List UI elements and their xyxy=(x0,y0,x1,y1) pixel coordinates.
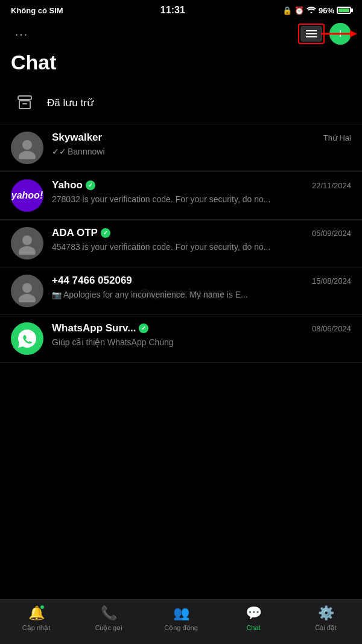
verified-badge: ✓ xyxy=(86,180,95,190)
lock-icon: 🔒 xyxy=(282,6,292,15)
nav-item-chat[interactable]: 💬 Chat xyxy=(226,605,281,632)
nav-label-settings: Cài đặt xyxy=(315,624,337,632)
wifi-icon xyxy=(306,6,316,15)
avatar xyxy=(11,275,43,307)
nav-label-calls: Cuộc gọi xyxy=(95,624,122,632)
archive-with-arrow xyxy=(300,26,322,42)
archive-button[interactable] xyxy=(300,26,322,42)
chat-item[interactable]: ADA OTP✓ 05/09/2024 454783 is your verif… xyxy=(0,220,362,267)
nav-icon-chat: 💬 xyxy=(245,605,262,622)
menu-dots-button[interactable]: ··· xyxy=(11,23,33,45)
chat-name: Yahoo✓ xyxy=(52,179,95,191)
svg-point-10 xyxy=(22,283,32,293)
camera-icon: 📷 xyxy=(52,290,62,299)
verified-badge: ✓ xyxy=(139,324,148,333)
alarm-icon: ⏰ xyxy=(294,6,304,15)
archived-label: Đã lưu trữ xyxy=(47,97,94,109)
read-check: ✓✓ xyxy=(52,147,66,156)
content-area: @quantrimang Đã lưu trữ Skywalker xyxy=(0,81,362,411)
nav-label-chat: Chat xyxy=(246,624,260,631)
chat-date: 08/06/2024 xyxy=(312,324,351,333)
nav-icon-settings: ⚙️ xyxy=(317,605,334,622)
chat-name: +44 7466 052069 xyxy=(52,275,132,287)
avatar xyxy=(11,132,43,164)
status-right: 🔒 ⏰ 96% xyxy=(282,6,351,15)
nav-item-community[interactable]: 👥 Cộng đồng xyxy=(154,605,208,632)
header-actions: + xyxy=(300,23,351,45)
nav-item-updates[interactable]: 🔔 Cập nhật xyxy=(9,605,63,632)
chat-list: Skywalker Thứ Hai ✓✓Bannnowi yahoo! Yaho… xyxy=(0,124,362,363)
header: ··· + xyxy=(0,18,362,48)
chat-item[interactable]: WhatsApp Surv...✓ 08/06/2024 Giúp cải th… xyxy=(0,315,362,363)
chat-top: WhatsApp Surv...✓ 08/06/2024 xyxy=(52,322,351,334)
time-label: 11:31 xyxy=(160,5,185,16)
chat-date: 15/08/2024 xyxy=(312,276,351,285)
nav-icon-calls: 📞 xyxy=(100,605,117,622)
chat-info: WhatsApp Surv...✓ 08/06/2024 Giúp cải th… xyxy=(52,322,351,349)
nav-label-updates: Cập nhật xyxy=(22,624,50,632)
svg-point-9 xyxy=(19,246,36,255)
svg-marker-2 xyxy=(350,30,357,37)
chat-info: +44 7466 052069 15/08/2024 📷Apologies fo… xyxy=(52,275,351,301)
avatar xyxy=(11,227,43,260)
battery-icon xyxy=(337,7,351,14)
chat-preview: Giúp cải thiện WhatsApp Chúng xyxy=(52,337,351,349)
svg-rect-3 xyxy=(18,96,31,100)
page-title: Chat xyxy=(0,48,362,81)
carrier-label: Không có SIM xyxy=(11,6,63,15)
chat-preview: 454783 is your verification code. For yo… xyxy=(52,241,351,253)
bottom-nav: 🔔 Cập nhật 📞 Cuộc gọi 👥 Cộng đồng 💬 Chat… xyxy=(0,599,362,644)
nav-icon-community: 👥 xyxy=(173,605,189,622)
archive-icon xyxy=(11,89,39,116)
svg-point-7 xyxy=(19,151,36,159)
chat-preview: ✓✓Bannnowi xyxy=(52,146,351,158)
svg-point-0 xyxy=(310,11,312,13)
svg-rect-4 xyxy=(19,101,30,109)
notification-dot xyxy=(40,605,45,610)
chat-top: Yahoo✓ 22/11/2024 xyxy=(52,179,351,191)
chat-info: Yahoo✓ 22/11/2024 278032 is your verific… xyxy=(52,179,351,206)
red-arrow xyxy=(321,27,357,40)
chat-name: Skywalker xyxy=(52,132,102,144)
chat-name: ADA OTP✓ xyxy=(52,227,110,239)
chat-top: +44 7466 052069 15/08/2024 xyxy=(52,275,351,287)
chat-info: Skywalker Thứ Hai ✓✓Bannnowi xyxy=(52,132,351,158)
chat-info: ADA OTP✓ 05/09/2024 454783 is your verif… xyxy=(52,227,351,253)
nav-item-calls[interactable]: 📞 Cuộc gọi xyxy=(81,605,136,632)
chat-item[interactable]: Skywalker Thứ Hai ✓✓Bannnowi xyxy=(0,124,362,172)
chat-date: Thứ Hai xyxy=(323,133,351,142)
nav-icon-updates: 🔔 xyxy=(28,605,45,622)
svg-point-6 xyxy=(22,140,32,150)
nav-item-settings[interactable]: ⚙️ Cài đặt xyxy=(299,605,353,632)
chat-preview: 278032 is your verification code. For yo… xyxy=(52,194,351,206)
verified-badge: ✓ xyxy=(101,228,110,238)
archived-row[interactable]: Đã lưu trữ xyxy=(0,81,362,124)
chat-item[interactable]: yahoo! Yahoo✓ 22/11/2024 278032 is your … xyxy=(0,172,362,220)
chat-item[interactable]: +44 7466 052069 15/08/2024 📷Apologies fo… xyxy=(0,267,362,315)
battery-percent: 96% xyxy=(319,6,334,15)
svg-point-8 xyxy=(22,235,32,245)
chat-name: WhatsApp Surv...✓ xyxy=(52,322,148,334)
svg-point-11 xyxy=(19,294,36,302)
chat-top: ADA OTP✓ 05/09/2024 xyxy=(52,227,351,239)
chat-preview: 📷Apologies for any inconvenience. My nam… xyxy=(52,289,351,301)
avatar xyxy=(11,322,43,355)
chat-top: Skywalker Thứ Hai xyxy=(52,132,351,144)
chat-date: 05/09/2024 xyxy=(312,229,351,238)
nav-label-community: Cộng đồng xyxy=(164,624,198,632)
chat-date: 22/11/2024 xyxy=(312,181,351,190)
status-bar: Không có SIM 11:31 🔒 ⏰ 96% xyxy=(0,0,362,18)
avatar: yahoo! xyxy=(11,179,43,212)
